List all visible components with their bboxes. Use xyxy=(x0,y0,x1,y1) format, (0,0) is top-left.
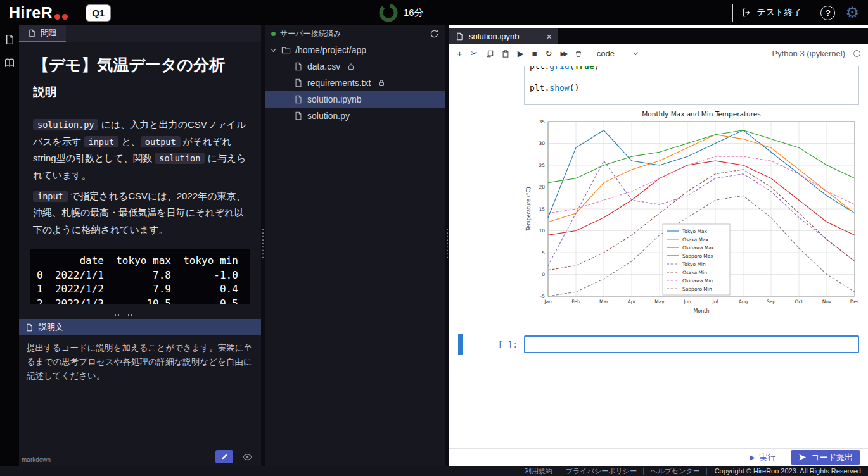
close-tab-icon[interactable]: × xyxy=(546,32,552,41)
footer-links: 利用規約プライバシーポリシーヘルプセンター xyxy=(518,468,707,475)
help-button[interactable]: ? xyxy=(820,6,835,20)
file-name: solution.ipynb xyxy=(307,94,362,104)
svg-text:Osaka Min: Osaka Min xyxy=(682,270,707,275)
empty-cell[interactable]: [ ]: xyxy=(449,334,868,354)
reference-book-icon[interactable] xyxy=(4,58,15,68)
eye-icon xyxy=(243,453,252,461)
chevron-down-icon xyxy=(632,50,639,57)
code-cell-pre: plt.grid(True) plt.show() xyxy=(530,66,858,93)
svg-text:Okinawa Max: Okinawa Max xyxy=(682,245,715,251)
svg-text:Aug: Aug xyxy=(739,299,748,304)
document-icon xyxy=(456,32,464,41)
run-button[interactable]: ▶ 実行 xyxy=(746,451,780,464)
problem-paragraph: solution.py には、入力と出力のCSVファイルパスを示す input … xyxy=(33,116,247,184)
refresh-files-icon[interactable] xyxy=(430,29,439,39)
svg-text:Nov: Nov xyxy=(822,299,832,304)
notebook-body[interactable]: plt.grid(True) plt.show() -5051015202530… xyxy=(449,63,868,448)
code-cell[interactable]: plt.grid(True) plt.show() xyxy=(524,66,859,105)
restart-kernel-button[interactable]: ↻ xyxy=(546,49,552,58)
logo-text: HireR xyxy=(9,5,53,21)
problem-section-heading: 説明 xyxy=(33,84,247,101)
copy-cell-button[interactable] xyxy=(486,50,494,58)
tab-solution-ipynb[interactable]: solution.ipynb × xyxy=(449,28,558,44)
problem-panel: 問題 【デモ】気温データの分析 説明 solution.py には、入力と出力の… xyxy=(19,25,261,466)
stop-kernel-button[interactable]: ■ xyxy=(532,49,537,58)
tab-problem[interactable]: 問題 xyxy=(19,25,66,42)
svg-text:10: 10 xyxy=(539,228,545,234)
kernel-status-icon xyxy=(853,50,860,57)
panel-splitter[interactable] xyxy=(445,25,449,466)
panel-splitter[interactable] xyxy=(261,25,265,466)
question-badge[interactable]: Q1 xyxy=(86,4,111,22)
problem-doc-icon[interactable] xyxy=(4,34,15,45)
topbar: HireR Q1 16分 テスト終了 ? ⚙ xyxy=(0,0,868,25)
description-editor[interactable]: 提出するコードに説明を加えることができます。実装に至るまでの思考プロセスや各処理… xyxy=(19,335,261,449)
tree-file-requirements.txt[interactable]: requirements.txt xyxy=(265,75,445,91)
cell-type-dropdown[interactable]: code xyxy=(597,49,639,58)
add-cell-button[interactable]: + xyxy=(457,49,463,58)
paste-cell-button[interactable] xyxy=(502,50,509,58)
scroll-dots-indicator xyxy=(114,313,134,316)
help-label: ? xyxy=(826,8,831,18)
settings-gear-icon[interactable]: ⚙ xyxy=(845,5,859,20)
tree-root-folder[interactable]: /home/project/app xyxy=(265,42,445,58)
svg-text:5: 5 xyxy=(542,250,545,256)
tree-file-data.csv[interactable]: data.csv xyxy=(265,58,445,75)
svg-text:Sapporo Max: Sapporo Max xyxy=(682,253,713,259)
svg-text:Temperature (°C): Temperature (°C) xyxy=(526,187,532,231)
tree-file-solution.py[interactable]: solution.py xyxy=(265,108,445,124)
description-section: 説明文 提出するコードに説明を加えることができます。実装に至るまでの思考プロセス… xyxy=(19,319,261,466)
footer-link[interactable]: プライバシーポリシー xyxy=(559,468,644,475)
topbar-right: テスト終了 ? ⚙ xyxy=(732,4,860,22)
submit-code-button[interactable]: コード提出 xyxy=(791,450,860,465)
notebook-toolbar: + ✂ ▶ ■ ↻ ▶▶ code Python 3 (ipykernel xyxy=(449,44,868,63)
end-test-button[interactable]: テスト終了 xyxy=(732,4,811,22)
svg-text:Dec: Dec xyxy=(850,299,860,304)
tree-root-label: /home/project/app xyxy=(295,45,366,55)
tree-file-solution.ipynb[interactable]: solution.ipynb xyxy=(265,91,445,108)
svg-text:Sep: Sep xyxy=(767,299,775,304)
divider xyxy=(33,106,247,106)
sample-table: date tokyo_max tokyo_min 0 2022/1/1 7.8 … xyxy=(30,249,250,304)
timer: 16分 xyxy=(379,0,424,25)
file-list: data.csvrequirements.txtsolution.ipynbso… xyxy=(265,58,445,124)
file-name: data.csv xyxy=(307,61,340,72)
chevron-down-icon xyxy=(270,47,277,54)
footer-link[interactable]: ヘルプセンター xyxy=(644,468,707,475)
svg-text:Jun: Jun xyxy=(683,299,691,304)
svg-text:25: 25 xyxy=(539,163,545,168)
svg-text:Month: Month xyxy=(693,308,709,314)
description-header[interactable]: 説明文 xyxy=(19,319,261,335)
file-icon xyxy=(294,95,303,104)
problem-title: 【デモ】気温データの分析 xyxy=(33,54,247,75)
cut-cell-button[interactable]: ✂ xyxy=(471,49,478,58)
kernel-name-label[interactable]: Python 3 (ipykernel) xyxy=(772,49,845,58)
hireroo-logo: HireR xyxy=(9,5,68,21)
delete-cell-button[interactable] xyxy=(575,50,582,58)
run-cell-button[interactable]: ▶ xyxy=(518,49,524,58)
svg-text:Osaka Max: Osaka Max xyxy=(682,237,709,242)
edit-description-button[interactable] xyxy=(215,450,233,463)
svg-text:Jul: Jul xyxy=(712,299,718,304)
description-header-label: 説明文 xyxy=(39,322,63,333)
svg-text:15: 15 xyxy=(539,206,545,212)
problem-tab-bar: 問題 xyxy=(19,25,261,42)
svg-text:Monthly Max and Min Temperatur: Monthly Max and Min Temperatures xyxy=(642,110,760,118)
preview-eye-button[interactable] xyxy=(238,450,256,463)
file-name: solution.py xyxy=(307,111,350,121)
splitter-grip-icon xyxy=(446,228,449,258)
document-icon xyxy=(25,323,34,332)
file-icon xyxy=(294,111,303,120)
svg-text:0: 0 xyxy=(542,272,545,277)
footer-link[interactable]: 利用規約 xyxy=(518,468,559,475)
problem-content[interactable]: 【デモ】気温データの分析 説明 solution.py には、入力と出力のCSV… xyxy=(19,42,261,319)
tab-problem-label: 問題 xyxy=(41,27,57,39)
restart-run-all-button[interactable]: ▶▶ xyxy=(560,51,566,57)
problem-paragraphs: solution.py には、入力と出力のCSVファイルパスを示す input … xyxy=(33,116,247,239)
cell-input[interactable] xyxy=(524,335,859,353)
file-tree-panel: サーバー接続済み /home/project/app data.csvrequi… xyxy=(265,25,445,466)
lock-icon xyxy=(347,63,355,70)
server-status-bar: サーバー接続済み xyxy=(265,25,445,42)
server-status-label: サーバー接続済み xyxy=(280,28,425,39)
server-status-dot xyxy=(271,32,276,36)
